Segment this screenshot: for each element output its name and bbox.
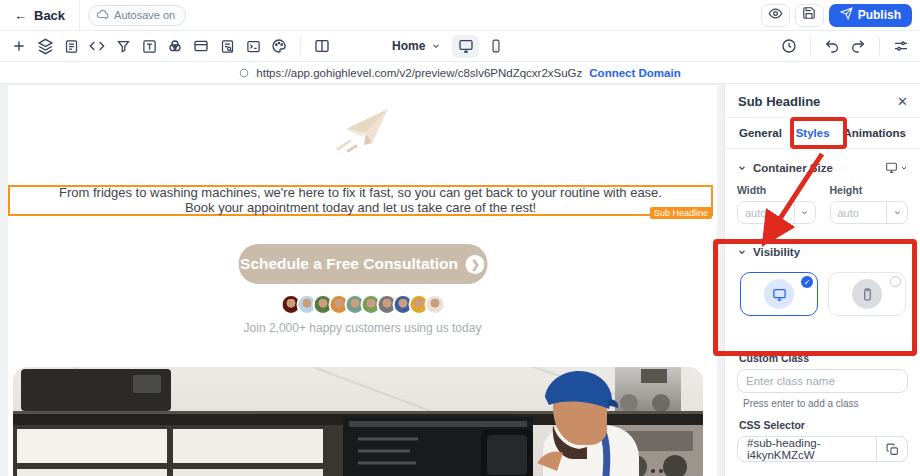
sub-headline-text: From fridges to washing machines, we're …	[10, 187, 711, 214]
css-selector-value: #sub-heading-i4kynKMZcW	[737, 436, 877, 462]
divider	[879, 37, 880, 55]
panel-title: Sub Headline	[738, 94, 820, 109]
height-label: Height	[830, 184, 909, 196]
chevron-down-icon	[900, 164, 908, 172]
chevron-down-icon	[737, 163, 747, 173]
chevron-down-icon	[886, 202, 907, 223]
cta-arrow-icon: ❯	[466, 255, 485, 274]
page-selector-value: Home	[392, 39, 425, 53]
layers-icon[interactable]	[32, 34, 58, 58]
container-size-label: Container Size	[753, 162, 833, 174]
terminal-icon[interactable]	[240, 34, 266, 58]
palette-icon[interactable]	[266, 34, 292, 58]
css-selector-label: CSS Selector	[739, 419, 908, 431]
page-search-icon[interactable]	[214, 34, 240, 58]
visibility-desktop-card[interactable]: ✓	[740, 272, 818, 316]
sub-headline-element[interactable]: From fridges to washing machines, we're …	[8, 185, 713, 216]
hero-image[interactable]	[13, 367, 703, 476]
tab-animations[interactable]: Animations	[843, 118, 906, 148]
divider	[79, 0, 80, 30]
visibility-label: Visibility	[753, 246, 800, 258]
paper-plane-illustration	[332, 103, 394, 155]
text-element-icon[interactable]	[136, 34, 162, 58]
visibility-mobile-card[interactable]	[828, 272, 906, 316]
chevron-down-icon	[794, 202, 815, 223]
page-selector-dropdown[interactable]: Home	[392, 39, 441, 53]
top-header: ← Back Autosave on	[0, 0, 920, 31]
width-label: Width	[737, 184, 816, 196]
back-arrow-icon: ←	[14, 8, 27, 23]
split-columns-icon[interactable]	[309, 34, 335, 58]
cta-label: Schedule a Free Consultation	[240, 255, 458, 273]
preview-url-bar: https://app.gohighlevel.com/v2/preview/c…	[0, 62, 920, 84]
check-icon: ✓	[801, 276, 813, 288]
width-value: auto	[738, 207, 794, 219]
preview-url: https://app.gohighlevel.com/v2/preview/c…	[256, 67, 582, 79]
custom-class-input[interactable]	[737, 369, 908, 393]
page-canvas[interactable]: From fridges to washing machines, we're …	[8, 85, 717, 476]
version-history-icon[interactable]	[776, 34, 802, 58]
width-select[interactable]: auto	[737, 201, 816, 224]
tab-general[interactable]: General	[739, 118, 782, 148]
eye-icon	[768, 6, 783, 25]
copy-button[interactable]	[877, 436, 908, 462]
device-scope-dropdown[interactable]	[885, 161, 908, 174]
notes-icon[interactable]	[58, 34, 84, 58]
technician-photo-illustration	[13, 367, 703, 476]
publish-label: Publish	[858, 8, 901, 22]
panel-tabs: General Styles Animations	[725, 118, 920, 148]
redo-icon[interactable]	[845, 34, 871, 58]
height-select[interactable]: auto	[830, 201, 909, 224]
blend-icon[interactable]	[162, 34, 188, 58]
preview-button[interactable]	[761, 4, 790, 27]
customer-avatar	[424, 294, 445, 315]
funnel-icon[interactable]	[110, 34, 136, 58]
radio-unselected-icon	[890, 276, 901, 287]
autosave-badge: Autosave on	[88, 5, 186, 26]
social-proof-text: Join 2,000+ happy customers using us tod…	[8, 321, 717, 335]
code-icon[interactable]	[84, 34, 110, 58]
container-size-section-header[interactable]: Container Size	[725, 149, 920, 180]
send-icon	[840, 7, 853, 23]
custom-class-helper: Press enter to add a class	[743, 398, 908, 409]
builder-app: ← Back Autosave on	[0, 0, 920, 476]
copy-icon	[886, 443, 899, 456]
publish-button[interactable]: Publish	[829, 4, 912, 27]
desktop-toggle[interactable]	[452, 35, 479, 58]
desktop-icon	[885, 161, 898, 174]
settings-sliders-icon[interactable]	[888, 34, 914, 58]
floppy-icon	[802, 6, 816, 24]
settings-panel: Sub Headline ✕ General Styles Animations…	[724, 84, 920, 476]
save-button[interactable]	[795, 4, 824, 27]
back-label: Back	[34, 8, 65, 23]
card-section-icon[interactable]	[188, 34, 214, 58]
desktop-icon	[772, 287, 787, 302]
undo-icon[interactable]	[819, 34, 845, 58]
autosave-label: Autosave on	[114, 9, 175, 21]
cloud-icon	[96, 8, 109, 23]
visibility-section-header[interactable]: Visibility	[725, 224, 920, 264]
url-status-icon	[239, 68, 249, 78]
close-icon[interactable]: ✕	[897, 94, 908, 109]
height-value: auto	[831, 207, 887, 219]
builder-toolbar: Home	[0, 31, 920, 62]
divider	[300, 37, 301, 55]
sub-headline-line1: From fridges to washing machines, we're …	[10, 186, 711, 201]
tab-styles[interactable]: Styles	[796, 118, 830, 148]
builder-content: From fridges to washing machines, we're …	[0, 84, 920, 476]
device-toggle-group	[452, 35, 509, 58]
connect-domain-link[interactable]: Connect Domain	[589, 67, 680, 79]
chevron-down-icon	[737, 247, 747, 257]
cta-button[interactable]: Schedule a Free Consultation ❯	[238, 244, 487, 284]
sub-headline-line2: Book your appointment today and let us t…	[10, 201, 711, 216]
selection-label-tag: Sub Headline	[650, 207, 712, 219]
customer-avatars	[280, 294, 445, 315]
back-button[interactable]: ← Back	[8, 8, 71, 23]
divider	[810, 37, 811, 55]
custom-class-label: Custom Class	[739, 352, 908, 364]
add-element-icon[interactable]	[6, 34, 32, 58]
mobile-icon	[861, 288, 874, 301]
chevron-down-icon	[431, 41, 441, 51]
mobile-toggle[interactable]	[482, 35, 509, 58]
